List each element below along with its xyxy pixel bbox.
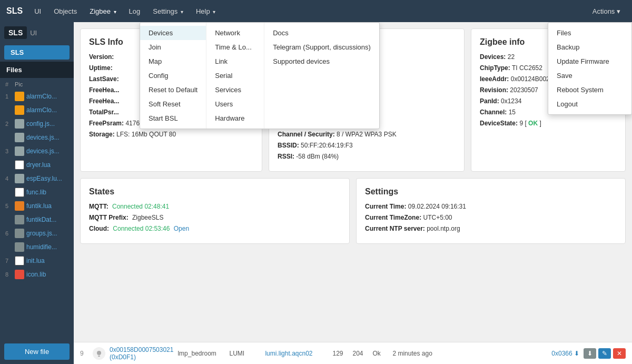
nav-log[interactable]: Log xyxy=(124,5,146,17)
file-icon xyxy=(15,105,24,115)
list-item[interactable]: funtikDat... xyxy=(0,213,74,227)
device-time: 2 minutes ago xyxy=(392,350,547,357)
actions-caret-icon: ▾ xyxy=(617,7,620,15)
device-action-delete[interactable]: ✕ xyxy=(613,348,626,359)
nav-help[interactable]: Help ▾ xyxy=(191,5,221,17)
device-row: 9 0x00158D0007503021 (0xD0F1) lmp_bedroo… xyxy=(74,342,632,364)
device-status: Ok xyxy=(372,350,388,357)
zigbee-menu-time[interactable]: Time & Lo... xyxy=(206,40,264,54)
sidebar-files-header: Files xyxy=(0,62,74,78)
file-icon xyxy=(15,160,24,170)
list-item[interactable]: 4 espEasy.lu... xyxy=(0,172,74,185)
states-title: States xyxy=(89,187,341,196)
zigbee-menu-serial[interactable]: Serial xyxy=(206,68,264,83)
file-icon xyxy=(15,146,24,156)
settings-card: Settings Current Time: 09.02.2024 09:16:… xyxy=(356,178,626,244)
list-item[interactable]: devices.js... xyxy=(0,131,74,144)
device-model[interactable]: lumi.light.aqcn02 xyxy=(265,350,328,357)
list-item[interactable]: humidifie... xyxy=(0,240,74,254)
file-icon xyxy=(15,133,24,142)
bottom-cards-row: States MQTT: Connected 02:48:41 MQTT Pre… xyxy=(80,178,626,244)
zigbee-menu-soft-reset[interactable]: Soft Reset xyxy=(140,97,206,111)
nav-ui[interactable]: UI xyxy=(29,5,46,17)
zigbee-menu-join[interactable]: Join xyxy=(140,40,206,54)
actions-dropdown: Files Backup Update Firmware Save Reboot… xyxy=(548,22,632,115)
file-icon xyxy=(15,188,24,197)
svg-point-0 xyxy=(97,351,101,355)
zigbee-menu-config[interactable]: Config xyxy=(140,68,206,83)
settings-title: Settings xyxy=(365,187,617,196)
device-icon xyxy=(93,347,105,360)
file-icon xyxy=(15,229,24,238)
device-actions: ⬇ ✎ ✕ xyxy=(584,348,626,359)
actions-save[interactable]: Save xyxy=(548,68,631,83)
nav-settings[interactable]: Settings ▾ xyxy=(147,5,189,17)
file-icon xyxy=(15,270,24,279)
zigbee-menu-users[interactable]: Users xyxy=(206,97,264,111)
zigbee-menu-link[interactable]: Link xyxy=(206,54,264,68)
device-name: lmp_bedroom xyxy=(177,350,225,357)
zigbee-col-1: Devices Join Map Config Reset to Default… xyxy=(140,23,206,129)
sidebar-top: SLS UI xyxy=(0,22,74,43)
zigbee-menu-services[interactable]: Services xyxy=(206,83,264,97)
file-icon xyxy=(15,256,24,265)
help-caret-icon: ▾ xyxy=(213,9,215,15)
zigbee-dropdown: Devices Join Map Config Reset to Default… xyxy=(140,22,380,129)
help-supported[interactable]: Supported devices xyxy=(264,54,379,68)
device-ep[interactable]: 0x0366 ⬇ xyxy=(551,350,579,357)
file-icon xyxy=(15,201,24,211)
file-icon xyxy=(15,119,24,129)
zigbee-menu-reset[interactable]: Reset to Default xyxy=(140,83,206,97)
zigbee-menu-start-bsl[interactable]: Start BSL xyxy=(140,111,206,125)
zigbee-menu-hardware[interactable]: Hardware xyxy=(206,111,264,125)
actions-files[interactable]: Files xyxy=(548,26,631,40)
cloud-open-link[interactable]: Open xyxy=(174,225,189,232)
list-item[interactable]: 8 icon.lib xyxy=(0,268,74,281)
sidebar-file-header-row: # Pic xyxy=(0,79,74,90)
list-item[interactable]: 3 devices.js... xyxy=(0,144,74,158)
sidebar-sls-btn[interactable]: SLS xyxy=(4,45,70,60)
download-icon: ⬇ xyxy=(574,350,579,357)
svg-rect-1 xyxy=(98,356,100,357)
navbar-brand[interactable]: SLS xyxy=(6,6,23,16)
file-icon xyxy=(15,215,24,224)
device-action-edit[interactable]: ✎ xyxy=(598,348,611,359)
nav-actions[interactable]: Actions ▾ xyxy=(587,5,626,17)
settings-caret-icon: ▾ xyxy=(181,9,183,15)
sidebar-ui-btn[interactable]: UI xyxy=(30,29,37,37)
file-icon xyxy=(15,174,24,183)
device-lqi: 129 xyxy=(332,350,348,357)
list-item[interactable]: 5 funtik.lua xyxy=(0,199,74,213)
zigbee-menu-devices[interactable]: Devices xyxy=(140,26,206,40)
zigbee-menu-map[interactable]: Map xyxy=(140,54,206,68)
list-item[interactable]: alarmClo... xyxy=(0,103,74,117)
device-rssi: 204 xyxy=(352,350,368,357)
device-brand: LUMI xyxy=(229,350,261,357)
actions-update[interactable]: Update Firmware xyxy=(548,54,631,68)
nav-zigbee[interactable]: Zigbee ▾ xyxy=(84,5,121,17)
zigbee-col-2: Network Time & Lo... Link Serial Service… xyxy=(206,23,264,129)
sls-storage: Storage: LFS: 16Mb QOUT 80 xyxy=(89,130,253,139)
list-item[interactable]: dryer.lua xyxy=(0,158,74,172)
help-telegram[interactable]: Telegram (Support, discussions) xyxy=(264,40,379,54)
list-item[interactable]: func.lib xyxy=(0,185,74,199)
states-card: States MQTT: Connected 02:48:41 MQTT Pre… xyxy=(80,178,350,244)
help-docs[interactable]: Docs xyxy=(264,26,379,40)
help-dropdown: Docs Telegram (Support, discussions) Sup… xyxy=(264,23,379,129)
new-file-button[interactable]: New file xyxy=(4,343,70,360)
sidebar-item-groups[interactable]: 6 groups.js... xyxy=(0,227,74,240)
device-num: 9 xyxy=(80,350,88,357)
list-item[interactable]: 7 init.lua xyxy=(0,254,74,268)
actions-logout[interactable]: Logout xyxy=(548,97,631,111)
sidebar-brand[interactable]: SLS xyxy=(4,26,27,39)
zigbee-menu-network[interactable]: Network xyxy=(206,26,264,40)
nav-objects[interactable]: Objects xyxy=(48,5,82,17)
list-item[interactable]: 2 config.js... xyxy=(0,117,74,131)
actions-backup[interactable]: Backup xyxy=(548,40,631,54)
bulb-icon xyxy=(95,349,103,358)
device-addr[interactable]: 0x00158D0007503021 (0xD0F1) xyxy=(110,346,173,361)
actions-reboot[interactable]: Reboot System xyxy=(548,83,631,97)
device-action-down[interactable]: ⬇ xyxy=(584,348,596,359)
zigbee-caret-icon: ▾ xyxy=(114,9,116,15)
list-item[interactable]: 1 alarmClo... xyxy=(0,90,74,103)
